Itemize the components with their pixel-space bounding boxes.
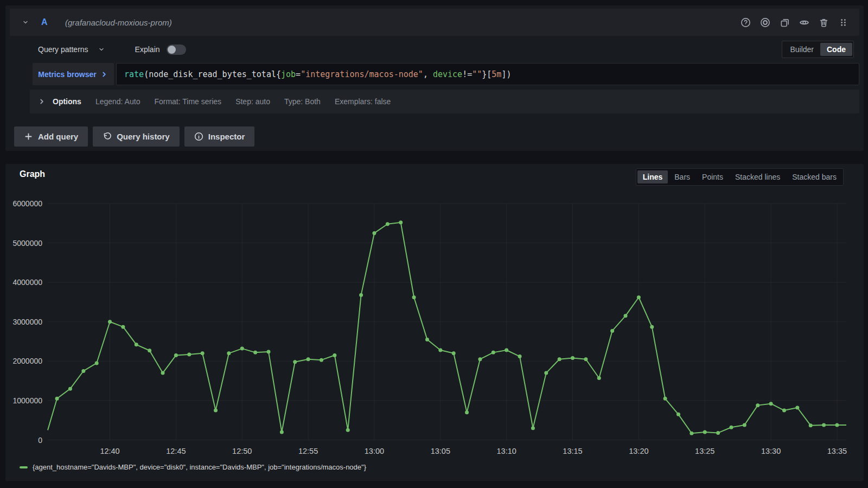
code-token-plain: = xyxy=(296,69,301,79)
info-icon xyxy=(194,132,203,141)
data-point-marker xyxy=(55,397,59,401)
graph-panel: Graph LinesBarsPointsStacked linesStacke… xyxy=(5,164,864,481)
x-axis-tick-label: 12:50 xyxy=(232,447,252,455)
y-axis-tick-label: 0 xyxy=(38,436,42,445)
record-icon[interactable] xyxy=(760,17,770,28)
data-point-marker xyxy=(412,295,416,299)
query-options-row[interactable]: Options Legend: AutoFormat: Time seriesS… xyxy=(30,90,859,113)
option-summary-item: Legend: Auto xyxy=(95,97,141,106)
query-row-header: A (grafanacloud-moxious-prom) xyxy=(10,9,859,36)
data-point-marker xyxy=(544,371,548,375)
data-point-marker xyxy=(505,348,508,352)
help-icon[interactable] xyxy=(741,17,751,28)
data-point-marker xyxy=(492,351,495,354)
query-editor-row: Metrics browser rate(node_disk_read_byte… xyxy=(33,63,859,85)
data-point-marker xyxy=(716,431,720,435)
metrics-browser-button[interactable]: Metrics browser xyxy=(33,63,114,85)
button-label: Add query xyxy=(38,132,78,141)
options-summary: Legend: AutoFormat: Time seriesStep: aut… xyxy=(95,97,405,106)
chevron-right-icon xyxy=(37,97,46,106)
query-history-button[interactable]: Query history xyxy=(93,126,180,147)
data-point-marker xyxy=(835,423,839,427)
data-point-marker xyxy=(307,357,310,361)
data-point-marker xyxy=(386,222,390,226)
x-axis-tick-label: 13:30 xyxy=(761,447,781,455)
y-axis-tick-label: 3000000 xyxy=(12,318,42,326)
explain-toggle[interactable] xyxy=(167,45,186,55)
data-point-marker xyxy=(438,348,442,352)
data-point-marker xyxy=(135,343,138,346)
data-point-marker xyxy=(95,361,99,365)
data-point-marker xyxy=(809,423,813,427)
x-axis-tick-label: 13:35 xyxy=(827,447,847,455)
query-patterns-dropdown[interactable]: Query patterns xyxy=(38,45,88,54)
option-summary-item: Step: auto xyxy=(235,97,270,106)
data-point-marker xyxy=(68,387,72,391)
copy-icon[interactable] xyxy=(780,17,790,28)
y-axis-tick-label: 6000000 xyxy=(12,199,42,208)
y-axis-tick-label: 5000000 xyxy=(12,239,42,248)
code-token-label: job xyxy=(281,69,296,79)
x-axis-tick-label: 13:05 xyxy=(431,447,450,455)
data-point-marker xyxy=(372,231,376,235)
data-point-marker xyxy=(108,320,112,324)
button-label: Inspector xyxy=(208,132,245,141)
metrics-browser-label: Metrics browser xyxy=(38,70,96,79)
y-axis-tick-label: 2000000 xyxy=(12,357,42,365)
data-point-marker xyxy=(743,423,746,427)
data-point-marker xyxy=(346,428,350,432)
mode-option-builder[interactable]: Builder xyxy=(783,43,820,56)
data-point-marker xyxy=(795,405,799,409)
x-axis-tick-label: 13:10 xyxy=(497,447,516,455)
code-token-string: "" xyxy=(472,69,482,79)
data-point-marker xyxy=(161,371,165,375)
data-point-marker xyxy=(214,409,218,413)
data-point-marker xyxy=(240,347,244,351)
explain-label: Explain xyxy=(135,45,160,54)
option-summary-item: Format: Time series xyxy=(154,97,221,106)
data-point-marker xyxy=(756,403,760,407)
x-axis-tick-label: 13:00 xyxy=(365,447,384,455)
trash-icon[interactable] xyxy=(819,17,829,28)
data-point-marker xyxy=(266,350,270,353)
code-token-duration: 5m xyxy=(492,69,501,79)
query-editor-card: A (grafanacloud-moxious-prom) Query patt… xyxy=(5,5,864,151)
data-point-marker xyxy=(558,357,561,361)
code-token-plain: != xyxy=(462,69,472,79)
eye-icon[interactable] xyxy=(799,17,809,28)
code-token-plain: ]) xyxy=(501,69,511,79)
data-point-marker xyxy=(201,351,205,355)
x-axis-tick-label: 13:15 xyxy=(563,447,582,455)
data-point-marker xyxy=(425,338,429,341)
time-series-chart[interactable]: 0100000020000003000000400000050000006000… xyxy=(5,164,864,481)
data-point-marker xyxy=(676,413,680,416)
code-token-plain: (node_disk_read_bytes_total{ xyxy=(144,69,281,79)
data-point-marker xyxy=(782,409,786,413)
legend-series-label: {agent_hostname="Davids-MBP", device="di… xyxy=(33,463,366,471)
data-point-marker xyxy=(703,430,707,434)
data-point-marker xyxy=(690,432,693,435)
data-point-marker xyxy=(148,348,151,352)
query-code-input[interactable]: rate(node_disk_read_bytes_total{job="int… xyxy=(116,63,859,85)
x-axis-tick-label: 13:25 xyxy=(695,447,714,455)
data-point-marker xyxy=(650,325,654,329)
inspector-button[interactable]: Inspector xyxy=(184,126,255,147)
data-point-marker xyxy=(518,354,522,358)
chevron-right-icon xyxy=(100,70,108,79)
code-token-fn: rate xyxy=(124,69,144,79)
data-point-marker xyxy=(227,351,231,355)
collapse-query-button[interactable] xyxy=(20,16,31,28)
query-header-actions xyxy=(741,17,848,28)
data-point-marker xyxy=(253,351,257,354)
grip-icon[interactable] xyxy=(838,17,848,28)
mode-option-code[interactable]: Code xyxy=(820,43,852,56)
options-label: Options xyxy=(53,97,81,106)
data-point-marker xyxy=(571,356,575,360)
legend-item[interactable]: {agent_hostname="Davids-MBP", device="di… xyxy=(20,463,366,471)
x-axis-tick-label: 12:40 xyxy=(100,447,119,455)
option-summary-item: Type: Both xyxy=(284,97,321,106)
add-query-button[interactable]: Add query xyxy=(14,126,88,147)
data-point-marker xyxy=(359,293,363,297)
chevron-down-icon[interactable] xyxy=(97,45,106,54)
query-action-buttons: Add queryQuery historyInspector xyxy=(14,126,254,147)
